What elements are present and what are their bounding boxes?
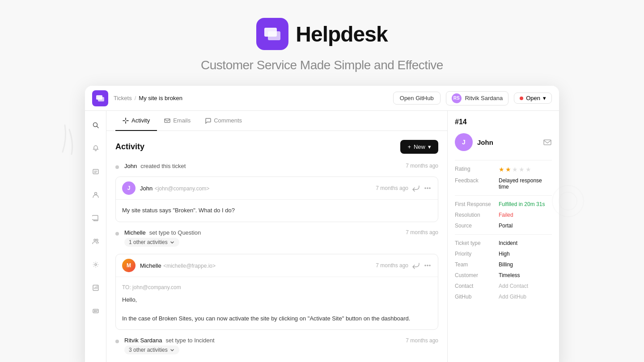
svg-point-18 [429,188,430,189]
new-activity-button[interactable]: + New ▾ [400,140,438,154]
activity-content: Ritvik Sardana set type to Incident 7 mo… [124,337,438,354]
contact-value[interactable]: Add Contact [499,283,528,289]
meta-row-first-response: First Response Fulfilled in 20m 31s [455,201,552,207]
actor-name: Ritvik Sardana [124,337,162,344]
feedback-label: Feedback [455,177,495,184]
svg-point-17 [427,188,428,189]
svg-point-21 [429,265,430,266]
source-label: Source [455,223,495,229]
contact-email-icon[interactable] [543,138,552,147]
breadcrumb-parent[interactable]: Tickets [114,95,132,101]
meta-row-team: Team Billing [455,261,552,268]
contact-name: John [477,139,538,146]
svg-point-9 [94,239,96,241]
breadcrumb-current: My site is broken [139,95,182,101]
activity-time: 7 months ago [406,337,438,344]
nav-book-icon[interactable] [89,211,103,225]
message-body-john: My site status says "Broken". What do I … [116,200,438,222]
contact-avatar: J [455,133,473,151]
tab-emails[interactable]: Emails [157,111,198,131]
nav-users-icon[interactable] [89,234,103,248]
contact-label: Contact [455,283,495,289]
chevron-down-icon: ▾ [428,143,431,150]
ticket-type-value: Incident [499,240,517,246]
topbar-actions: Open GitHub RS Ritvik Sardana Open ▾ [393,91,552,105]
reply-icon[interactable] [412,261,420,269]
first-response-value: Fulfilled in 20m 31s [499,201,545,207]
message-meta: 7 months ago [376,261,432,269]
more-icon[interactable] [424,261,432,269]
more-icon[interactable] [424,184,432,192]
tab-comments-label: Comments [214,117,242,124]
activity-area: Activity + New ▾ John created this ticke… [106,131,447,362]
nav-report-icon[interactable] [89,281,103,295]
nav-bell-icon[interactable] [89,141,103,156]
status-pill[interactable]: Open ▾ [514,93,552,104]
message-card-john: J John <john@company.com> 7 months ago [115,177,438,222]
star-3: ★ [512,166,518,173]
chevron-down-icon: ▾ [543,95,546,101]
meta-row-feedback: Feedback Delayed response time [455,177,552,190]
svg-point-10 [96,239,98,241]
plus-icon: + [407,143,411,150]
nav-user-icon[interactable] [89,188,103,202]
status-label: Open [526,95,540,101]
nav-settings-icon[interactable] [89,257,103,272]
svg-point-16 [425,188,426,189]
topbar: Tickets / My site is broken Open GitHub … [85,86,559,111]
assignee-pill[interactable]: RS Ritvik Sardana [446,91,509,105]
activity-item-michelle-type: Michelle set type to Question 7 months a… [115,229,438,247]
activity-dot [115,340,119,343]
message-meta: 7 months ago [376,184,432,192]
svg-point-1 [559,192,577,210]
logo-text: Helpdesk [296,22,387,46]
meta-row-source: Source Portal [455,223,552,229]
message-card-header: M Michelle <michelle@frappe.io> 7 months… [116,254,438,277]
sidebar-nav [85,111,106,362]
resolution-label: Resolution [455,212,495,218]
message-to: TO: john@company.com [122,283,432,292]
contact-card: J John [455,133,552,151]
expand-activities-button-ritvik[interactable]: 3 other activities [124,345,179,354]
first-response-label: First Response [455,201,495,207]
sender-info: John <john@company.com> [140,184,209,192]
reply-icon[interactable] [412,184,420,192]
star-2: ★ [505,166,511,173]
activity-time: 7 months ago [406,229,438,236]
expand-label: 3 other activities [129,347,168,353]
svg-point-14 [94,311,95,312]
meta-row-contact: Contact Add Contact [455,283,552,289]
nav-id-icon[interactable] [89,304,103,318]
sender-info: Michelle <michelle@frappe.io> [140,261,216,269]
meta-row-rating: Rating ★ ★ ★ ★ ★ [455,166,552,173]
meta-row-priority: Priority High [455,251,552,257]
logo-area: Helpdesk [256,18,387,50]
message-card-michelle: M Michelle <michelle@frappe.io> 7 months… [115,254,438,330]
github-value[interactable]: Add GitHub [499,294,526,300]
svg-point-20 [427,265,428,266]
nav-ticket-icon[interactable] [89,164,103,179]
activity-item-ritvik: Ritvik Sardana set type to Incident 7 mo… [115,337,438,354]
logo-icon [256,18,288,50]
activity-dot [115,165,119,169]
divider [455,160,552,160]
tab-activity[interactable]: Activity [115,111,157,131]
status-dot [520,97,523,100]
sender-email: <john@company.com> [155,185,210,192]
svg-point-8 [94,193,97,195]
tab-comments[interactable]: Comments [198,111,249,131]
source-value: Portal [499,223,513,229]
sender-name: John [140,185,153,192]
open-github-button[interactable]: Open GitHub [393,92,441,105]
page-header: Helpdesk Customer Service Made Simple an… [201,0,443,86]
expand-activities-button[interactable]: 1 other activities [124,238,179,247]
activity-title: Activity [115,142,144,152]
message-time: 7 months ago [376,262,408,269]
svg-point-11 [95,264,97,265]
nav-search-icon[interactable] [89,118,103,132]
ticket-type-label: Ticket type [455,240,495,246]
svg-rect-3 [268,31,280,40]
sender-name: Michelle [140,262,161,269]
expand-label: 1 other activities [129,239,168,245]
sender-avatar-michelle: M [122,259,136,272]
